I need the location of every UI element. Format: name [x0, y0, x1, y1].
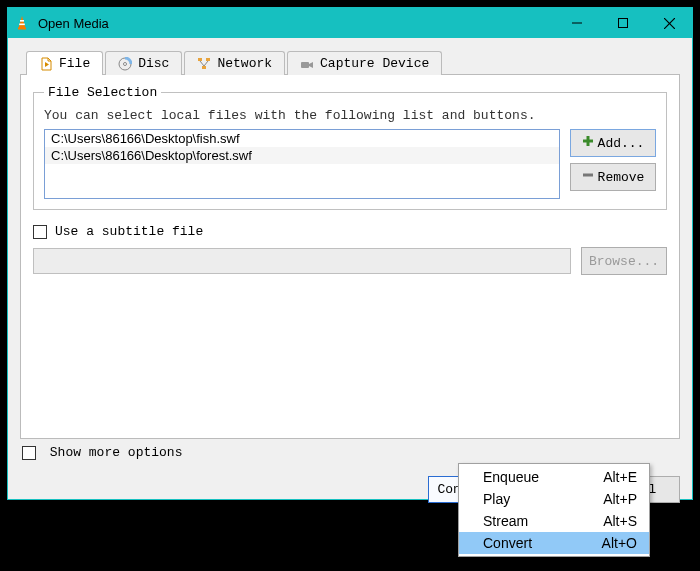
- tab-network[interactable]: Network: [184, 51, 285, 75]
- titlebar: Open Media: [8, 8, 692, 38]
- minimize-button[interactable]: [554, 8, 600, 38]
- convert-save-menu: Enqueue Alt+E Play Alt+P Stream Alt+S Co…: [458, 463, 650, 557]
- content-area: File Disc Network Capture Device: [8, 38, 692, 468]
- svg-rect-3: [19, 24, 25, 26]
- menu-convert[interactable]: Convert Alt+O: [459, 532, 649, 554]
- svg-point-10: [124, 62, 127, 65]
- menu-item-label: Stream: [483, 513, 603, 529]
- tab-label: Capture Device: [320, 56, 429, 71]
- add-button-label: Add...: [598, 136, 645, 151]
- tabpanel-file: File Selection You can select local file…: [20, 74, 680, 439]
- maximize-button[interactable]: [600, 8, 646, 38]
- svg-rect-16: [301, 62, 309, 68]
- menu-enqueue[interactable]: Enqueue Alt+E: [459, 466, 649, 488]
- svg-rect-1: [18, 28, 26, 30]
- menu-item-accel: Alt+E: [603, 469, 637, 485]
- plus-icon: [582, 135, 594, 151]
- file-list[interactable]: C:\Users\86166\Desktop\fish.swf C:\Users…: [44, 129, 560, 199]
- tab-label: File: [59, 56, 90, 71]
- menu-item-label: Enqueue: [483, 469, 603, 485]
- browse-button: Browse...: [581, 247, 667, 275]
- file-icon: [39, 57, 53, 71]
- window-title: Open Media: [38, 16, 554, 31]
- subtitle-checkbox[interactable]: [33, 225, 47, 239]
- file-list-item[interactable]: C:\Users\86166\Desktop\fish.swf: [45, 130, 559, 147]
- svg-rect-13: [202, 66, 206, 69]
- browse-button-label: Browse...: [589, 254, 659, 269]
- menu-item-label: Play: [483, 491, 603, 507]
- menu-item-label: Convert: [483, 535, 602, 551]
- show-more-label: Show more options: [50, 445, 183, 460]
- minus-icon: [582, 169, 594, 185]
- subtitle-path-input: [33, 248, 571, 274]
- svg-rect-5: [619, 19, 628, 28]
- svg-line-15: [204, 61, 208, 66]
- add-button[interactable]: Add...: [570, 129, 656, 157]
- close-button[interactable]: [646, 8, 692, 38]
- remove-button[interactable]: Remove: [570, 163, 656, 191]
- svg-marker-17: [309, 62, 313, 68]
- svg-line-14: [200, 61, 204, 66]
- file-selection-group: File Selection You can select local file…: [33, 85, 667, 210]
- network-icon: [197, 57, 211, 71]
- svg-rect-11: [198, 58, 202, 61]
- menu-item-accel: Alt+O: [602, 535, 637, 551]
- vlc-icon: [14, 15, 30, 31]
- tab-label: Network: [217, 56, 272, 71]
- menu-item-accel: Alt+P: [603, 491, 637, 507]
- file-selection-hint: You can select local files with the foll…: [44, 108, 656, 123]
- svg-rect-2: [20, 20, 24, 22]
- show-more-checkbox[interactable]: [22, 446, 36, 460]
- capture-icon: [300, 57, 314, 71]
- subtitle-checkbox-label: Use a subtitle file: [55, 224, 203, 239]
- menu-item-accel: Alt+S: [603, 513, 637, 529]
- remove-button-label: Remove: [598, 170, 645, 185]
- file-selection-legend: File Selection: [44, 85, 161, 100]
- disc-icon: [118, 57, 132, 71]
- file-list-item[interactable]: C:\Users\86166\Desktop\forest.swf: [45, 147, 559, 164]
- open-media-window: Open Media File Disc: [7, 7, 693, 500]
- menu-stream[interactable]: Stream Alt+S: [459, 510, 649, 532]
- tab-label: Disc: [138, 56, 169, 71]
- subtitle-row: Use a subtitle file: [33, 224, 667, 239]
- tab-capture[interactable]: Capture Device: [287, 51, 442, 75]
- tab-file[interactable]: File: [26, 51, 103, 75]
- menu-play[interactable]: Play Alt+P: [459, 488, 649, 510]
- tab-disc[interactable]: Disc: [105, 51, 182, 75]
- svg-marker-0: [19, 16, 26, 28]
- tabbar: File Disc Network Capture Device: [26, 50, 680, 74]
- svg-rect-12: [206, 58, 210, 61]
